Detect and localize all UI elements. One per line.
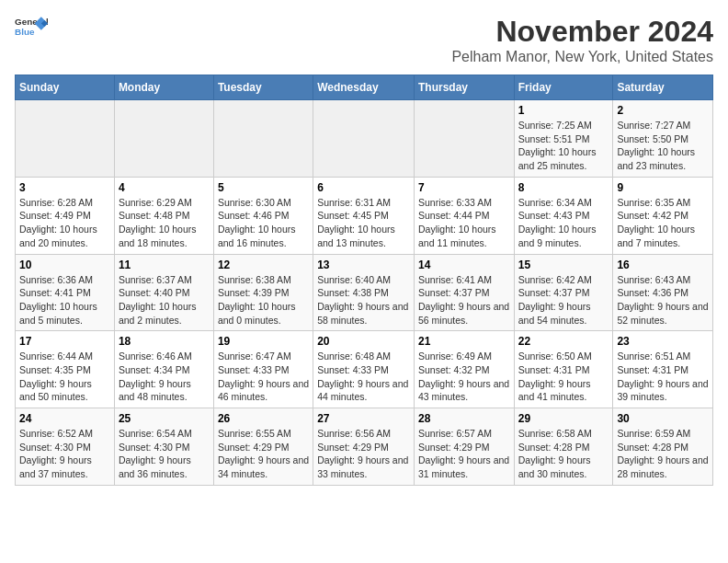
calendar-cell: 8Sunrise: 6:34 AM Sunset: 4:43 PM Daylig… xyxy=(514,177,613,254)
calendar-cell: 13Sunrise: 6:40 AM Sunset: 4:38 PM Dayli… xyxy=(313,254,415,331)
calendar-header: SundayMondayTuesdayWednesdayThursdayFrid… xyxy=(16,75,713,100)
header-day-saturday: Saturday xyxy=(613,75,713,100)
calendar-cell: 6Sunrise: 6:31 AM Sunset: 4:45 PM Daylig… xyxy=(313,177,415,254)
day-info: Sunrise: 6:28 AM Sunset: 4:49 PM Dayligh… xyxy=(19,196,110,250)
day-number: 2 xyxy=(617,104,709,117)
day-info: Sunrise: 6:41 AM Sunset: 4:37 PM Dayligh… xyxy=(418,273,510,327)
calendar-cell: 15Sunrise: 6:42 AM Sunset: 4:37 PM Dayli… xyxy=(514,254,613,331)
day-number: 22 xyxy=(518,335,609,348)
calendar-cell: 29Sunrise: 6:58 AM Sunset: 4:28 PM Dayli… xyxy=(514,408,613,486)
day-number: 15 xyxy=(518,259,609,271)
day-info: Sunrise: 6:44 AM Sunset: 4:35 PM Dayligh… xyxy=(19,350,110,404)
calendar-cell: 5Sunrise: 6:30 AM Sunset: 4:46 PM Daylig… xyxy=(213,177,313,254)
calendar-cell: 26Sunrise: 6:55 AM Sunset: 4:29 PM Dayli… xyxy=(213,408,313,486)
calendar-cell: 17Sunrise: 6:44 AM Sunset: 4:35 PM Dayli… xyxy=(16,331,115,408)
day-number: 25 xyxy=(119,412,210,425)
calendar-cell: 16Sunrise: 6:43 AM Sunset: 4:36 PM Dayli… xyxy=(613,254,713,331)
calendar-cell: 3Sunrise: 6:28 AM Sunset: 4:49 PM Daylig… xyxy=(16,177,115,254)
calendar-table: SundayMondayTuesdayWednesdayThursdayFrid… xyxy=(15,75,713,486)
day-info: Sunrise: 6:42 AM Sunset: 4:37 PM Dayligh… xyxy=(518,273,609,327)
calendar-cell xyxy=(213,100,313,178)
calendar-cell: 4Sunrise: 6:29 AM Sunset: 4:48 PM Daylig… xyxy=(114,177,213,254)
day-info: Sunrise: 6:33 AM Sunset: 4:44 PM Dayligh… xyxy=(418,196,510,250)
day-info: Sunrise: 6:57 AM Sunset: 4:29 PM Dayligh… xyxy=(418,427,510,481)
day-number: 27 xyxy=(317,412,410,425)
day-number: 12 xyxy=(218,259,309,271)
calendar-cell xyxy=(313,100,415,178)
title-area: November 2024 Pelham Manor, New York, Un… xyxy=(451,15,713,65)
day-info: Sunrise: 6:34 AM Sunset: 4:43 PM Dayligh… xyxy=(518,196,609,250)
calendar-cell: 20Sunrise: 6:48 AM Sunset: 4:33 PM Dayli… xyxy=(313,331,415,408)
day-number: 9 xyxy=(617,181,709,194)
day-info: Sunrise: 6:49 AM Sunset: 4:32 PM Dayligh… xyxy=(418,350,510,404)
day-number: 10 xyxy=(19,259,110,271)
day-number: 26 xyxy=(218,412,309,425)
header-day-friday: Friday xyxy=(514,75,613,100)
week-row-4: 24Sunrise: 6:52 AM Sunset: 4:30 PM Dayli… xyxy=(16,408,713,486)
day-number: 8 xyxy=(518,181,609,194)
day-number: 17 xyxy=(19,335,110,348)
day-number: 3 xyxy=(19,181,110,194)
day-info: Sunrise: 6:48 AM Sunset: 4:33 PM Dayligh… xyxy=(317,350,410,404)
calendar-cell: 25Sunrise: 6:54 AM Sunset: 4:30 PM Dayli… xyxy=(114,408,213,486)
header-day-thursday: Thursday xyxy=(414,75,514,100)
day-info: Sunrise: 6:37 AM Sunset: 4:40 PM Dayligh… xyxy=(119,273,210,327)
header-day-wednesday: Wednesday xyxy=(313,75,415,100)
day-number: 18 xyxy=(119,335,210,348)
day-number: 5 xyxy=(218,181,309,194)
week-row-0: 1Sunrise: 7:25 AM Sunset: 5:51 PM Daylig… xyxy=(16,100,713,178)
day-info: Sunrise: 6:36 AM Sunset: 4:41 PM Dayligh… xyxy=(19,273,110,327)
day-info: Sunrise: 6:46 AM Sunset: 4:34 PM Dayligh… xyxy=(119,350,210,404)
calendar-cell: 11Sunrise: 6:37 AM Sunset: 4:40 PM Dayli… xyxy=(114,254,213,331)
day-number: 14 xyxy=(418,259,510,271)
day-info: Sunrise: 6:35 AM Sunset: 4:42 PM Dayligh… xyxy=(617,196,709,250)
day-info: Sunrise: 6:51 AM Sunset: 4:31 PM Dayligh… xyxy=(617,350,709,404)
day-info: Sunrise: 6:47 AM Sunset: 4:33 PM Dayligh… xyxy=(218,350,309,404)
day-info: Sunrise: 6:40 AM Sunset: 4:38 PM Dayligh… xyxy=(317,273,410,327)
calendar-body: 1Sunrise: 7:25 AM Sunset: 5:51 PM Daylig… xyxy=(16,100,713,486)
calendar-cell: 24Sunrise: 6:52 AM Sunset: 4:30 PM Dayli… xyxy=(16,408,115,486)
day-info: Sunrise: 6:30 AM Sunset: 4:46 PM Dayligh… xyxy=(218,196,309,250)
calendar-cell: 22Sunrise: 6:50 AM Sunset: 4:31 PM Dayli… xyxy=(514,331,613,408)
week-row-2: 10Sunrise: 6:36 AM Sunset: 4:41 PM Dayli… xyxy=(16,254,713,331)
day-info: Sunrise: 7:27 AM Sunset: 5:50 PM Dayligh… xyxy=(617,119,709,173)
calendar-cell: 9Sunrise: 6:35 AM Sunset: 4:42 PM Daylig… xyxy=(613,177,713,254)
day-info: Sunrise: 6:54 AM Sunset: 4:30 PM Dayligh… xyxy=(119,427,210,481)
calendar-cell xyxy=(114,100,213,178)
day-number: 29 xyxy=(518,412,609,425)
day-info: Sunrise: 6:58 AM Sunset: 4:28 PM Dayligh… xyxy=(518,427,609,481)
day-info: Sunrise: 6:38 AM Sunset: 4:39 PM Dayligh… xyxy=(218,273,309,327)
week-row-3: 17Sunrise: 6:44 AM Sunset: 4:35 PM Dayli… xyxy=(16,331,713,408)
day-number: 16 xyxy=(617,259,709,271)
day-info: Sunrise: 6:59 AM Sunset: 4:28 PM Dayligh… xyxy=(617,427,709,481)
calendar-cell: 19Sunrise: 6:47 AM Sunset: 4:33 PM Dayli… xyxy=(213,331,313,408)
day-number: 28 xyxy=(418,412,510,425)
day-info: Sunrise: 6:55 AM Sunset: 4:29 PM Dayligh… xyxy=(218,427,309,481)
day-number: 7 xyxy=(418,181,510,194)
calendar-cell: 23Sunrise: 6:51 AM Sunset: 4:31 PM Dayli… xyxy=(613,331,713,408)
subtitle: Pelham Manor, New York, United States xyxy=(451,49,713,65)
day-number: 6 xyxy=(317,181,410,194)
day-info: Sunrise: 6:29 AM Sunset: 4:48 PM Dayligh… xyxy=(119,196,210,250)
header: General Blue November 2024 Pelham Manor,… xyxy=(15,15,713,65)
calendar-cell: 10Sunrise: 6:36 AM Sunset: 4:41 PM Dayli… xyxy=(16,254,115,331)
week-row-1: 3Sunrise: 6:28 AM Sunset: 4:49 PM Daylig… xyxy=(16,177,713,254)
day-info: Sunrise: 6:50 AM Sunset: 4:31 PM Dayligh… xyxy=(518,350,609,404)
day-info: Sunrise: 6:52 AM Sunset: 4:30 PM Dayligh… xyxy=(19,427,110,481)
calendar-cell: 21Sunrise: 6:49 AM Sunset: 4:32 PM Dayli… xyxy=(414,331,514,408)
day-info: Sunrise: 6:56 AM Sunset: 4:29 PM Dayligh… xyxy=(317,427,410,481)
calendar-cell: 14Sunrise: 6:41 AM Sunset: 4:37 PM Dayli… xyxy=(414,254,514,331)
header-day-monday: Monday xyxy=(114,75,213,100)
header-day-tuesday: Tuesday xyxy=(213,75,313,100)
day-number: 21 xyxy=(418,335,510,348)
logo-icon: General Blue xyxy=(15,15,48,40)
calendar-cell xyxy=(414,100,514,178)
calendar-cell: 18Sunrise: 6:46 AM Sunset: 4:34 PM Dayli… xyxy=(114,331,213,408)
calendar-cell: 28Sunrise: 6:57 AM Sunset: 4:29 PM Dayli… xyxy=(414,408,514,486)
day-number: 1 xyxy=(518,104,609,117)
month-title: November 2024 xyxy=(451,15,713,49)
day-number: 13 xyxy=(317,259,410,271)
day-number: 20 xyxy=(317,335,410,348)
header-row: SundayMondayTuesdayWednesdayThursdayFrid… xyxy=(16,75,713,100)
header-day-sunday: Sunday xyxy=(16,75,115,100)
